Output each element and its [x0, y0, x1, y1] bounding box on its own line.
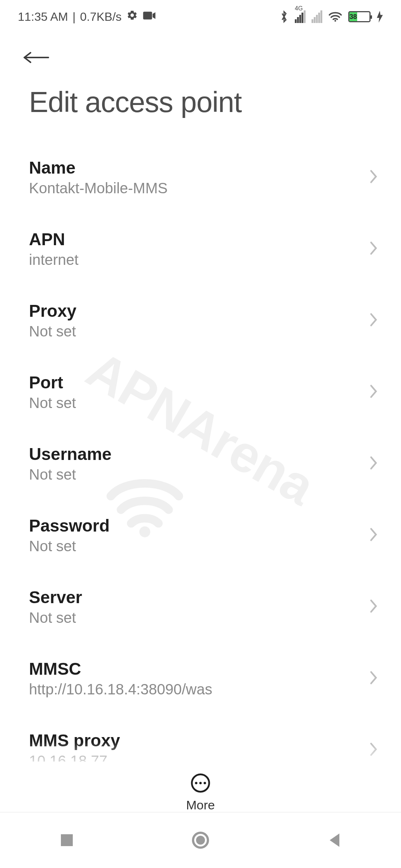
page-title: Edit access point — [0, 74, 401, 141]
chevron-right-icon — [368, 240, 379, 258]
settings-list: Name Kontakt-Mobile-MMS APN internet Pro… — [0, 141, 401, 786]
svg-point-5 — [199, 782, 202, 785]
svg-point-4 — [195, 782, 198, 785]
status-speed: 0.7KB/s — [80, 10, 122, 24]
toolbar — [0, 33, 401, 74]
nav-recent-button[interactable] — [56, 829, 78, 851]
item-label: Username — [29, 444, 111, 464]
more-icon — [190, 773, 211, 795]
wifi-icon — [328, 11, 342, 22]
apn-item-username[interactable]: Username Not set — [0, 428, 401, 499]
signal-no-sim-icon — [312, 10, 322, 23]
svg-point-2 — [335, 20, 336, 22]
battery-pct: 38 — [349, 13, 357, 21]
item-label: APN — [29, 229, 78, 249]
more-label: More — [186, 798, 215, 812]
item-value: Not set — [29, 395, 76, 411]
chevron-right-icon — [368, 455, 379, 473]
svg-point-9 — [196, 836, 205, 845]
chevron-right-icon — [368, 598, 379, 616]
signal-4g-icon: 4G — [295, 10, 306, 23]
item-label: MMS proxy — [29, 730, 120, 750]
item-label: Name — [29, 158, 167, 178]
item-label: Proxy — [29, 301, 76, 321]
camera-icon — [143, 10, 156, 24]
apn-item-port[interactable]: Port Not set — [0, 356, 401, 428]
apn-item-apn[interactable]: APN internet — [0, 213, 401, 285]
apn-item-name[interactable]: Name Kontakt-Mobile-MMS — [0, 141, 401, 213]
chevron-right-icon — [368, 312, 379, 329]
battery-icon: 38 — [348, 11, 371, 22]
chevron-right-icon — [368, 741, 379, 759]
item-label: Password — [29, 516, 110, 536]
item-value: Not set — [29, 538, 110, 555]
item-label: Server — [29, 587, 82, 607]
apn-item-proxy[interactable]: Proxy Not set — [0, 285, 401, 356]
nav-home-button[interactable] — [189, 829, 212, 851]
more-button[interactable]: More — [0, 762, 401, 812]
item-value: Kontakt-Mobile-MMS — [29, 180, 167, 197]
chevron-right-icon — [368, 168, 379, 186]
item-label: MMSC — [29, 659, 212, 679]
nav-back-button[interactable] — [323, 829, 345, 851]
status-sep: | — [72, 10, 75, 24]
apn-item-mmsc[interactable]: MMSC http://10.16.18.4:38090/was — [0, 642, 401, 714]
chevron-right-icon — [368, 670, 379, 687]
status-bar: 11:35 AM | 0.7KB/s 4G — [0, 0, 401, 33]
svg-rect-7 — [61, 834, 73, 846]
charging-icon — [376, 11, 383, 23]
status-time: 11:35 AM — [18, 10, 68, 24]
back-button[interactable] — [22, 48, 52, 67]
item-value: http://10.16.18.4:38090/was — [29, 681, 212, 698]
item-value: Not set — [29, 609, 82, 626]
bluetooth-icon — [279, 10, 289, 23]
apn-item-password[interactable]: Password Not set — [0, 499, 401, 571]
chevron-right-icon — [368, 526, 379, 544]
system-nav-bar — [0, 812, 401, 868]
apn-item-server[interactable]: Server Not set — [0, 571, 401, 642]
item-value: Not set — [29, 323, 76, 340]
svg-rect-1 — [143, 11, 152, 19]
item-value: Not set — [29, 466, 111, 483]
svg-point-6 — [203, 782, 206, 785]
item-label: Port — [29, 372, 76, 392]
settings-icon — [126, 9, 138, 24]
chevron-right-icon — [368, 383, 379, 401]
item-value: internet — [29, 251, 78, 268]
